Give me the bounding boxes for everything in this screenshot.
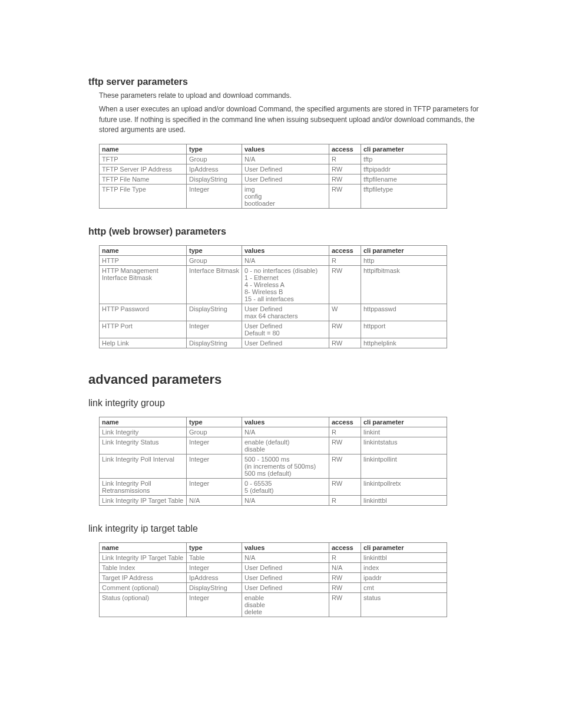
cell-type: Table	[187, 552, 242, 562]
cell-cli: linkinttbl	[361, 495, 447, 505]
cell-cli: tftp	[361, 154, 447, 164]
cell-access: N/A	[329, 562, 361, 572]
table-row: HTTP Management Interface BitmaskInterfa…	[100, 265, 447, 304]
cell-values: N/A	[242, 154, 329, 164]
table-row: Help LinkDisplayStringUser DefinedRWhttp…	[100, 338, 447, 348]
cell-access: RW	[329, 572, 361, 582]
cell-name: Help Link	[100, 338, 187, 348]
col-access: access	[329, 245, 361, 255]
cell-type: Group	[187, 427, 242, 437]
table-row: Link Integrity IP Target TableTableN/ARl…	[100, 552, 447, 562]
cell-access: RW	[329, 164, 361, 174]
table-link-integrity-ip-target: name type values access cli parameter Li…	[99, 542, 447, 617]
cell-cli: httphelplink	[361, 338, 447, 348]
cell-cli: httpport	[361, 321, 447, 338]
col-values: values	[242, 144, 329, 154]
cell-values: 500 - 15000 ms (in increments of 500ms) …	[242, 454, 329, 478]
cell-access: R	[329, 255, 361, 265]
heading-advanced: advanced parameters	[88, 372, 487, 387]
col-access: access	[329, 542, 361, 552]
cell-type: IpAddress	[187, 572, 242, 582]
cell-type: Integer	[187, 562, 242, 572]
table-row: Status (optional)Integerenable disable d…	[100, 592, 447, 617]
cell-name: TFTP Server IP Address	[100, 164, 187, 174]
cell-access: R	[329, 154, 361, 164]
cell-access: RW	[329, 174, 361, 184]
cell-name: Link Integrity IP Target Table	[100, 495, 187, 505]
cell-name: Link Integrity IP Target Table	[100, 552, 187, 562]
cell-values: User Defined	[242, 164, 329, 174]
table-row: HTTP PortIntegerUser Defined Default = 8…	[100, 321, 447, 338]
heading-http: http (web browser) parameters	[88, 226, 487, 237]
cell-values: N/A	[242, 427, 329, 437]
cell-type: Integer	[187, 321, 242, 338]
cell-access: RW	[329, 184, 361, 208]
table-row: TFTP Server IP AddressIpAddressUser Defi…	[100, 164, 447, 174]
cell-access: R	[329, 427, 361, 437]
cell-type: Group	[187, 255, 242, 265]
cell-cli: http	[361, 255, 447, 265]
table-row: TFTP File NameDisplayStringUser DefinedR…	[100, 174, 447, 184]
cell-name: Link Integrity Poll Interval	[100, 454, 187, 478]
cell-type: DisplayString	[187, 304, 242, 321]
cell-cli: linkinttbl	[361, 552, 447, 562]
cell-values: User Defined	[242, 582, 329, 592]
cell-name: Link Integrity	[100, 427, 187, 437]
cell-name: HTTP	[100, 255, 187, 265]
cell-values: User Defined max 64 characters	[242, 304, 329, 321]
cell-type: DisplayString	[187, 174, 242, 184]
cell-access: RW	[329, 478, 361, 495]
table-link-integrity-group: name type values access cli parameter Li…	[99, 417, 447, 506]
cell-access: RW	[329, 265, 361, 304]
cell-name: HTTP Password	[100, 304, 187, 321]
cell-access: R	[329, 552, 361, 562]
table-http: name type values access cli parameter HT…	[99, 245, 447, 348]
cell-type: DisplayString	[187, 338, 242, 348]
col-name: name	[100, 542, 187, 552]
cell-values: N/A	[242, 495, 329, 505]
cell-type: Interface Bitmask	[187, 265, 242, 304]
cell-name: Link Integrity Status	[100, 437, 187, 454]
table-row: HTTP PasswordDisplayStringUser Defined m…	[100, 304, 447, 321]
table-row: Link Integrity Poll IntervalInteger500 -…	[100, 454, 447, 478]
cell-values: User Defined	[242, 174, 329, 184]
col-cli: cli parameter	[361, 144, 447, 154]
col-type: type	[187, 542, 242, 552]
cell-type: Group	[187, 154, 242, 164]
cell-type: N/A	[187, 495, 242, 505]
cell-name: Comment (optional)	[100, 582, 187, 592]
cell-cli: httpifbitmask	[361, 265, 447, 304]
col-cli: cli parameter	[361, 542, 447, 552]
cell-type: Integer	[187, 478, 242, 495]
heading-link-integrity-group: link integrity group	[88, 398, 487, 409]
cell-cli: ipaddr	[361, 572, 447, 582]
cell-cli: httppasswd	[361, 304, 447, 321]
cell-values: enable (default) disable	[242, 437, 329, 454]
cell-access: R	[329, 495, 361, 505]
cell-type: IpAddress	[187, 164, 242, 174]
col-name: name	[100, 245, 187, 255]
cell-name: TFTP	[100, 154, 187, 164]
cell-values: 0 - 65535 5 (default)	[242, 478, 329, 495]
col-cli: cli parameter	[361, 417, 447, 427]
col-values: values	[242, 417, 329, 427]
col-values: values	[242, 245, 329, 255]
cell-type: Integer	[187, 437, 242, 454]
col-type: type	[187, 144, 242, 154]
cell-name: HTTP Management Interface Bitmask	[100, 265, 187, 304]
cell-type: Integer	[187, 592, 242, 617]
table-row: Comment (optional)DisplayStringUser Defi…	[100, 582, 447, 592]
cell-access: RW	[329, 454, 361, 478]
table-row: TFTP File TypeIntegerimg config bootload…	[100, 184, 447, 208]
cell-name: HTTP Port	[100, 321, 187, 338]
cell-values: N/A	[242, 552, 329, 562]
tftp-paragraph-1: These parameters relate to upload and do…	[99, 91, 487, 101]
cell-type: Integer	[187, 184, 242, 208]
cell-cli: linkint	[361, 427, 447, 437]
heading-link-integrity-ip-target-table: link integrity ip target table	[88, 523, 487, 534]
col-type: type	[187, 245, 242, 255]
table-row: Table IndexIntegerUser DefinedN/Aindex	[100, 562, 447, 572]
col-access: access	[329, 417, 361, 427]
cell-name: TFTP File Name	[100, 174, 187, 184]
cell-cli: tftpipaddr	[361, 164, 447, 174]
